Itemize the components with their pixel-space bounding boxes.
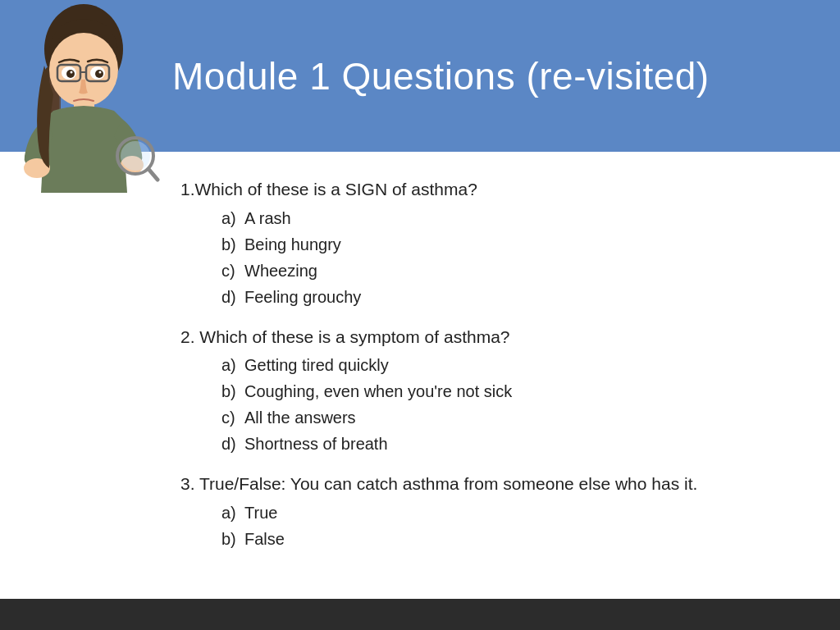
svg-line-18	[148, 169, 158, 180]
svg-point-12	[71, 71, 73, 74]
svg-point-4	[49, 33, 118, 107]
answer-letter: a)	[221, 500, 244, 525]
list-item: d)Shortness of breath	[221, 431, 791, 456]
answer-text: A rash	[244, 209, 291, 227]
list-item: c)All the answers	[221, 405, 791, 430]
list-item: b)Coughing, even when you're not sick	[221, 379, 791, 404]
answer-text: Feeling grouchy	[244, 288, 361, 306]
slide-footer	[0, 599, 840, 630]
svg-point-11	[95, 70, 103, 78]
list-item: a)Getting tired quickly	[221, 353, 791, 377]
slide: Module 1 Questions (re-visited)	[0, 0, 840, 630]
answer-letter: c)	[221, 258, 244, 283]
answer-list-2: a)Getting tired quicklyb)Coughing, even …	[180, 353, 791, 456]
svg-point-10	[66, 70, 75, 78]
list-item: a)True	[221, 500, 791, 525]
answer-text: Being hungry	[244, 235, 341, 253]
answer-text: Coughing, even when you're not sick	[244, 382, 512, 400]
question-text-3: 3. True/False: You can catch asthma from…	[180, 471, 791, 497]
question-text-1: 1.Which of these is a SIGN of asthma?	[180, 176, 791, 203]
answer-letter: b)	[221, 379, 244, 404]
answer-letter: b)	[221, 527, 244, 551]
answer-text: Wheezing	[244, 262, 317, 280]
answer-letter: b)	[221, 232, 244, 257]
svg-point-17	[121, 141, 150, 171]
question-text-2: 2. Which of these is a symptom of asthma…	[180, 324, 791, 350]
answer-text: Shortness of breath	[244, 435, 388, 453]
answer-list-1: a)A rashb)Being hungryc)Wheezingd)Feelin…	[180, 206, 791, 309]
answer-letter: d)	[221, 431, 244, 456]
slide-title: Module 1 Questions (re-visited)	[172, 54, 710, 98]
slide-content: 1.Which of these is a SIGN of asthma?a)A…	[0, 152, 840, 599]
answer-text: True	[244, 504, 277, 522]
answer-letter: d)	[221, 285, 244, 309]
answer-text: False	[244, 530, 285, 548]
slide-header: Module 1 Questions (re-visited)	[0, 0, 840, 152]
answer-text: Getting tired quickly	[244, 356, 389, 374]
question-block-1: 1.Which of these is a SIGN of asthma?a)A…	[180, 176, 791, 309]
list-item: c)Wheezing	[221, 258, 791, 283]
answer-letter: a)	[221, 206, 244, 231]
list-item: a)A rash	[221, 206, 791, 231]
question-block-3: 3. True/False: You can catch asthma from…	[180, 471, 791, 551]
character-illustration	[8, 4, 160, 193]
list-item: b)Being hungry	[221, 232, 791, 257]
list-item: d)Feeling grouchy	[221, 285, 791, 309]
list-item: b)False	[221, 527, 791, 551]
answer-list-3: a)Trueb)False	[180, 500, 791, 551]
answer-letter: c)	[221, 405, 244, 430]
question-block-2: 2. Which of these is a symptom of asthma…	[180, 324, 791, 457]
answer-letter: a)	[221, 353, 244, 377]
answer-text: All the answers	[244, 409, 356, 427]
svg-point-13	[99, 71, 102, 74]
